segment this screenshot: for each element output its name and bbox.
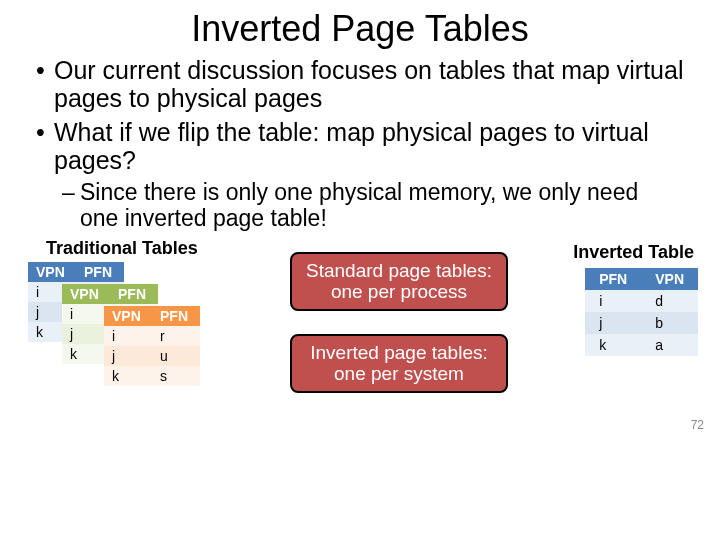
bullet-2: What if we flip the table: map physical … [36,118,690,174]
cell: a [641,334,698,356]
cell: i [62,304,110,324]
trad-table-3: VPNPFN ir ju ks [104,306,200,386]
cell: k [62,344,110,364]
callout-standard: Standard page tables: one per process [290,252,508,312]
cell: j [104,346,152,366]
col-vpn: VPN [62,284,110,304]
col-pfn: PFN [152,306,200,326]
inverted-label: Inverted Table [573,242,694,263]
callout-line: Inverted page tables: [302,342,496,364]
col-vpn: VPN [28,262,76,282]
diagram-area: Traditional Tables Inverted Table VPNPFN… [0,238,720,438]
traditional-label: Traditional Tables [46,238,198,259]
callout-line: one per system [302,363,496,385]
cell: u [152,346,200,366]
sub-bullet-1: Since there is only one physical memory,… [62,180,660,232]
cell: i [585,290,641,312]
col-pfn: PFN [585,268,641,290]
bullet-list: Our current discussion focuses on tables… [0,56,720,232]
col-vpn: VPN [641,268,698,290]
slide-title: Inverted Page Tables [0,0,720,56]
inverted-table: PFNVPN id jb ka [585,268,698,356]
callout-line: Standard page tables: [302,260,496,282]
col-pfn: PFN [110,284,158,304]
callout-inverted: Inverted page tables: one per system [290,334,508,394]
cell: j [585,312,641,334]
cell: r [152,326,200,346]
cell: k [104,366,152,386]
bullet-1: Our current discussion focuses on tables… [36,56,690,112]
cell: j [62,324,110,344]
col-pfn: PFN [76,262,124,282]
callout-line: one per process [302,281,496,303]
cell: s [152,366,200,386]
cell: b [641,312,698,334]
col-vpn: VPN [104,306,152,326]
page-number: 72 [691,418,704,432]
cell: d [641,290,698,312]
cell: i [104,326,152,346]
cell: k [585,334,641,356]
